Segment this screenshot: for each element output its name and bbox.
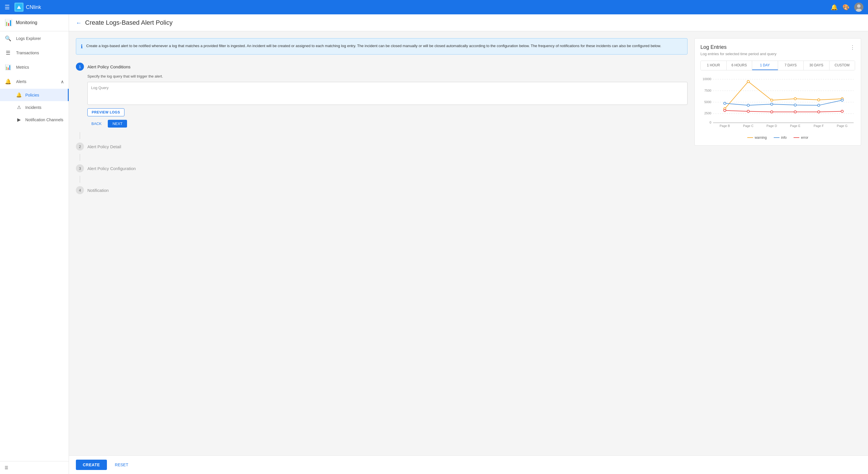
alerts-icon: 🔔 (5, 78, 11, 85)
error-label: error (801, 135, 808, 139)
svg-text:0: 0 (710, 121, 711, 124)
sidebar-footer[interactable]: ☰ (0, 461, 69, 474)
step-3-number: 3 (76, 164, 84, 172)
warning-dot-d (771, 99, 773, 101)
legend-warning: warning (747, 135, 767, 139)
logo-icon (14, 3, 24, 12)
tab-1day[interactable]: 1 DAY (752, 61, 778, 70)
step-3-title: Alert Policy Configuration (87, 166, 136, 171)
main-layout: 📊 Monitoring 🔍 Logs Explorer ☰ Transacti… (0, 14, 868, 474)
warning-line-legend (747, 137, 753, 138)
info-dot-g (841, 99, 843, 101)
page-content: ℹ Create a logs-based alert to be notifi… (69, 31, 868, 455)
step-2-number: 2 (76, 143, 84, 151)
step-1-nav-actions: BACK NEXT (87, 120, 687, 128)
chart-subtitle: Log entries for selected time period and… (701, 52, 855, 56)
chart-card: Log Entries ⋮ Log entries for selected t… (694, 38, 861, 146)
warning-label: warning (755, 135, 767, 139)
info-dot-f (817, 104, 820, 106)
step-connector-3-4 (80, 176, 80, 183)
info-dot-d (771, 103, 773, 105)
sidebar-label-logs-explorer: Logs Explorer (16, 36, 41, 41)
back-button[interactable]: ← (76, 20, 82, 26)
sidebar-item-metrics[interactable]: 📊 Metrics (0, 60, 69, 74)
sidebar-item-notification-channels[interactable]: ▶ Notification Channels (0, 114, 69, 126)
palette-icon[interactable]: 🎨 (842, 4, 849, 11)
log-query-input[interactable]: Log Query (87, 82, 687, 105)
tab-1hour[interactable]: 1 HOUR (701, 61, 726, 70)
sidebar-label-notification-channels: Notification Channels (25, 118, 63, 122)
sidebar-item-alerts[interactable]: 🔔 Alerts ∧ (0, 74, 69, 89)
step-4-number: 4 (76, 186, 84, 194)
info-line (725, 100, 842, 105)
logo: CNlink (14, 3, 41, 12)
preview-logs-button[interactable]: PREVIEW LOGS (87, 108, 124, 116)
legend-error: error (794, 135, 808, 139)
tab-6hours[interactable]: 6 HOURS (726, 61, 752, 70)
page-title: Create Logs-Based Alert Policy (85, 19, 173, 26)
info-text: Create a logs-based alert to be notified… (86, 43, 661, 49)
metrics-icon: 📊 (5, 64, 11, 70)
svg-text:Page G: Page G (837, 124, 847, 128)
monitoring-icon: 📊 (5, 19, 12, 26)
step-2-title: Alert Policy Detail (87, 144, 121, 149)
steps-container: 1 Alert Policy Conditions Specify the lo… (76, 59, 687, 198)
step-1-subtext: Specify the log query that will trigger … (87, 74, 687, 78)
sidebar-item-transactions[interactable]: ☰ Transactions (0, 46, 69, 60)
warning-dot-e (794, 98, 797, 100)
sidebar-item-logs-explorer[interactable]: 🔍 Logs Explorer (0, 31, 69, 46)
sidebar-label-metrics: Metrics (16, 65, 29, 69)
hamburger-menu[interactable]: ☰ (5, 4, 10, 11)
error-dot-b (724, 109, 726, 112)
policies-icon: 🔔 (16, 92, 22, 98)
svg-text:Page D: Page D (767, 124, 777, 128)
left-column: ℹ Create a logs-based alert to be notifi… (76, 38, 687, 448)
reset-button[interactable]: RESET (111, 460, 133, 470)
warning-dot-c (747, 81, 749, 83)
create-button[interactable]: CREATE (76, 460, 107, 470)
step-4-header: 4 Notification (76, 183, 687, 198)
chart-menu-icon[interactable]: ⋮ (850, 44, 855, 51)
step-1-content: Specify the log query that will trigger … (76, 74, 687, 132)
right-column: Log Entries ⋮ Log entries for selected t… (694, 38, 861, 448)
page-header: ← Create Logs-Based Alert Policy (69, 14, 868, 31)
info-dot-c (747, 104, 749, 106)
tab-custom[interactable]: CUSTOM (830, 61, 855, 70)
notification-icon[interactable]: 🔔 (831, 4, 838, 11)
avatar[interactable] (854, 3, 863, 12)
notification-channels-icon: ▶ (16, 117, 22, 122)
svg-text:Page E: Page E (790, 124, 801, 128)
step-1-header: 1 Alert Policy Conditions (76, 59, 687, 74)
log-query-placeholder: Log Query (91, 86, 108, 90)
legend-info: info (774, 135, 787, 139)
sidebar-label-transactions: Transactions (16, 51, 39, 55)
sidebar-label-incidents: Incidents (25, 105, 41, 110)
chart-header: Log Entries ⋮ (701, 44, 855, 51)
svg-text:Page C: Page C (743, 124, 754, 128)
sidebar-item-policies[interactable]: 🔔 Policies (0, 89, 69, 101)
chart-title: Log Entries (701, 44, 726, 50)
back-step-button[interactable]: BACK (87, 120, 105, 128)
top-navigation: ☰ CNlink 🔔 🎨 (0, 0, 868, 14)
step-3-header: 3 Alert Policy Configuration (76, 161, 687, 176)
next-step-button[interactable]: NEXT (108, 120, 127, 128)
tab-30days[interactable]: 30 DAYS (804, 61, 830, 70)
svg-point-2 (857, 4, 861, 8)
chart-legend: warning info error (701, 135, 855, 139)
svg-text:2500: 2500 (705, 112, 711, 115)
info-dot-b (724, 102, 726, 104)
info-dot-e (794, 104, 797, 106)
step-1-number: 1 (76, 63, 84, 71)
sidebar-label-policies: Policies (25, 93, 39, 97)
step-1-title: Alert Policy Conditions (87, 64, 130, 69)
sidebar-item-incidents[interactable]: ⚠ Incidents (0, 101, 69, 114)
error-dot-g (841, 110, 843, 113)
bottom-bar: CREATE RESET (69, 455, 868, 474)
svg-text:10000: 10000 (703, 77, 711, 81)
info-banner: ℹ Create a logs-based alert to be notifi… (76, 38, 687, 55)
svg-text:5000: 5000 (705, 100, 711, 104)
info-line-legend (774, 137, 779, 138)
svg-text:Page F: Page F (814, 124, 824, 128)
tab-7days[interactable]: 7 DAYS (778, 61, 804, 70)
svg-text:Page B: Page B (720, 124, 730, 128)
